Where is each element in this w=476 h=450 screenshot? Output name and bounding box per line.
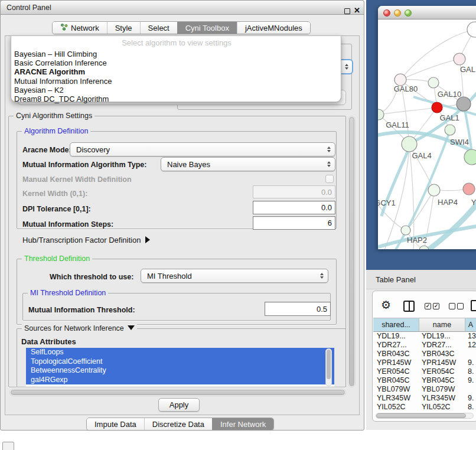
mi-steps-field[interactable]: 6: [253, 216, 335, 230]
network-node[interactable]: [419, 246, 429, 249]
kernel-width-field[interactable]: 0.0: [253, 185, 335, 198]
network-view-window[interactable]: GALGAL80GAL10GAL1GAL11SWI4GAL4GCY1HAP4YH…: [378, 6, 476, 249]
network-node[interactable]: [454, 53, 465, 65]
table-cell: YDR27...: [419, 341, 465, 350]
network-node[interactable]: [467, 22, 476, 37]
float-window-icon[interactable]: [344, 8, 350, 14]
mi-threshold-definition-title: MI Threshold Definition: [28, 289, 108, 297]
algorithm-option[interactable]: Bayesian – K2: [11, 86, 340, 94]
network-node[interactable]: [432, 102, 442, 113]
minimized-panel-icon[interactable]: [2, 442, 14, 450]
tab-network[interactable]: Network: [53, 22, 107, 34]
tab-cyni-toolbox[interactable]: Cyni Toolbox: [177, 22, 237, 34]
table-row[interactable]: YBR043CYBR043C: [373, 350, 476, 358]
table-cell: [465, 385, 476, 394]
minimize-traffic-light[interactable]: [394, 9, 401, 17]
table-cell: 9.: [465, 394, 476, 403]
mi-threshold-value: 0.5: [317, 305, 327, 314]
column-header-partial[interactable]: A: [465, 318, 476, 332]
attribute-item[interactable]: SelfLoops: [26, 348, 334, 357]
algorithm-option[interactable]: Mutual Information Inference: [11, 77, 340, 86]
table-row[interactable]: YDR27...YDR27...12: [373, 341, 476, 350]
table-row[interactable]: YBR045CYBR045C9.: [373, 376, 476, 385]
settings-horizontal-scrollbar[interactable]: [9, 389, 346, 396]
hub-definition-label: Hub/Transcription Factor Definition: [22, 236, 141, 244]
table-row[interactable]: YPR145WYPR145W9.: [373, 358, 476, 367]
dropdown-placeholder: Select algorithm to view settings: [11, 38, 342, 47]
table-cell: 13: [465, 332, 476, 341]
column-header-name[interactable]: name: [419, 318, 465, 332]
network-canvas[interactable]: GALGAL80GAL10GAL1GAL11SWI4GAL4GCY1HAP4YH…: [378, 20, 476, 249]
deselect-all-columns-icon[interactable]: [449, 303, 464, 309]
mi-threshold-field[interactable]: 0.5: [265, 302, 331, 316]
which-threshold-combo[interactable]: MI Threshold: [141, 269, 328, 283]
tab-discretize-data[interactable]: Discretize Data: [144, 418, 212, 430]
scrollbar-thumb[interactable]: [11, 390, 345, 395]
export-table-icon[interactable]: [471, 300, 476, 311]
control-panel-titlebar[interactable]: Control Panel: [0, 0, 364, 15]
tab-label: Network: [71, 24, 99, 32]
algorithm-option[interactable]: Bayesian – Hill Climbing: [11, 50, 340, 58]
scrollbar-thumb[interactable]: [376, 413, 466, 418]
mi-type-combo[interactable]: Naive Bayes: [161, 157, 335, 171]
network-node[interactable]: [445, 125, 455, 135]
mi-threshold-label: Mutual Information Threshold:: [28, 306, 135, 314]
tab-style[interactable]: Style: [107, 22, 140, 34]
select-all-columns-icon[interactable]: ✓✓: [425, 303, 439, 309]
table-row[interactable]: YBL079WYBL079W: [373, 385, 476, 394]
attribute-item[interactable]: BetweennessCentrality: [26, 366, 334, 376]
algorithm-option[interactable]: Dream8 DC_TDC Algorithm: [11, 94, 340, 103]
algorithm-combo-arrow-fragment[interactable]: [340, 59, 353, 74]
screen: Control Panel ✕ Network Style Select Cyn…: [0, 0, 476, 450]
network-node[interactable]: [395, 74, 406, 86]
scrollbar-thumb[interactable]: [327, 350, 331, 379]
network-tab-icon: [60, 23, 68, 32]
columns-icon[interactable]: [403, 301, 415, 312]
column-header-shared[interactable]: shared...: [373, 318, 419, 332]
apply-button[interactable]: Apply: [158, 398, 200, 412]
table-panel-title: Table Panel: [376, 275, 416, 284]
node-label: GCY1: [378, 198, 396, 207]
network-window-titlebar[interactable]: [378, 6, 476, 19]
sources-group-title[interactable]: Sources for Network Inference: [22, 324, 137, 332]
mi-steps-label: Mutual Information Steps:: [22, 220, 113, 229]
dpi-tolerance-field[interactable]: 0.0: [253, 201, 335, 214]
settings-group-title: Cyni Algorithm Settings: [14, 112, 94, 120]
table-row[interactable]: YIL052CYIL052C8.: [373, 403, 476, 412]
algorithm-option[interactable]: ARACNE Algorithm: [11, 67, 340, 76]
table-panel-titlebar[interactable]: Table Panel: [366, 270, 476, 289]
table-row[interactable]: YER054CYER054C8.: [373, 367, 476, 376]
aracne-mode-combo[interactable]: Discovery: [70, 142, 335, 156]
close-icon[interactable]: ✕: [354, 6, 360, 15]
node-label: GAL1: [439, 113, 459, 122]
settings-vertical-scrollbar[interactable]: [348, 116, 356, 387]
table-cell: 8.: [465, 367, 476, 376]
attribute-item[interactable]: TopologicalCoefficient: [26, 357, 334, 367]
network-node[interactable]: [457, 97, 471, 111]
tab-jactivemnodules[interactable]: jActiveMNodules: [237, 22, 310, 34]
scrollbar-thumb[interactable]: [349, 117, 354, 386]
gear-icon[interactable]: ⚙: [381, 298, 391, 312]
tab-label: Impute Data: [94, 420, 136, 429]
network-node[interactable]: [402, 136, 417, 152]
attribute-item[interactable]: gal4RGexp: [26, 376, 334, 385]
algorithm-option[interactable]: Basic Correlation Inference: [11, 58, 340, 67]
network-node[interactable]: [464, 149, 476, 165]
network-node[interactable]: [463, 183, 475, 195]
zoom-traffic-light[interactable]: [405, 9, 412, 17]
network-node[interactable]: [428, 77, 439, 88]
dpi-tolerance-value: 0.0: [321, 203, 332, 212]
tab-infer-network[interactable]: Infer Network: [212, 418, 273, 430]
control-panel-title: Control Panel: [6, 4, 51, 12]
network-node[interactable]: [401, 226, 410, 235]
table-row[interactable]: YDL19...YDL19...13: [373, 332, 476, 341]
table-row[interactable]: YLR345WYLR345W9.: [373, 394, 476, 403]
tab-impute-data[interactable]: Impute Data: [87, 418, 144, 430]
close-traffic-light[interactable]: [383, 9, 390, 17]
attribute-list-scrollbar[interactable]: [325, 348, 332, 386]
tab-select[interactable]: Select: [140, 22, 177, 34]
hub-definition-expander[interactable]: Hub/Transcription Factor Definition: [22, 236, 150, 244]
network-node[interactable]: [428, 184, 440, 196]
table-cell: YPR145W: [419, 358, 465, 367]
manual-kernel-checkbox[interactable]: [325, 175, 334, 183]
